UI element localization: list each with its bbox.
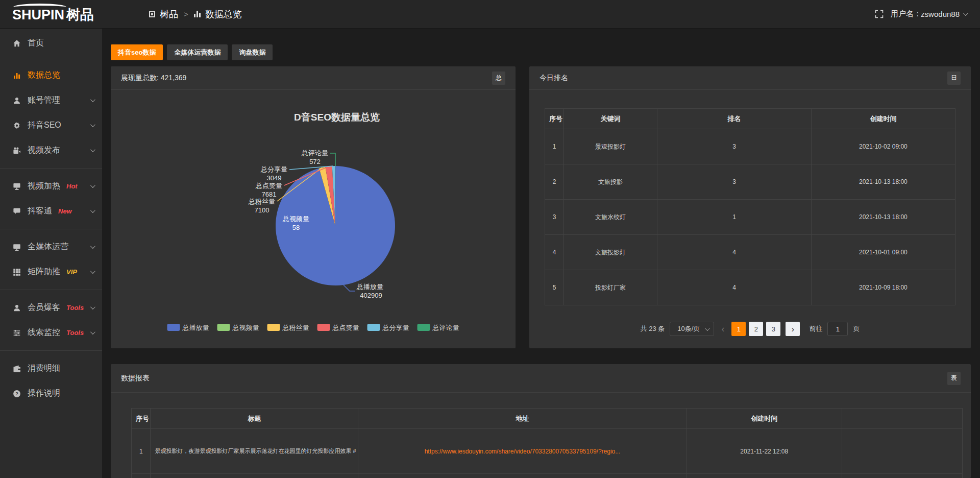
sidebar-item-1[interactable]: 数据总览 — [0, 63, 102, 88]
sidebar-item-label: 账号管理 — [28, 95, 60, 106]
pie-label-name: 总评论量 — [301, 149, 328, 157]
chevron-down-icon — [90, 147, 95, 152]
table-cell: 景观投影灯 — [564, 129, 657, 164]
report-panel-header: 数据报表 表 — [111, 364, 971, 393]
sidebar-item-5[interactable]: 视频加热Hot — [0, 174, 102, 199]
legend-item-2[interactable]: 总粉丝量 — [267, 324, 309, 331]
legend-item-5[interactable]: 总评论量 — [418, 324, 459, 331]
question-circle-icon: ? — [13, 390, 21, 398]
table-cell: 文旅水纹灯 — [564, 200, 657, 235]
table-cell: 4 — [657, 270, 812, 305]
svg-text:总粉丝量: 总粉丝量 — [282, 324, 309, 331]
svg-text:?: ? — [15, 391, 18, 396]
table-cell: 2021-10-13 18:00 — [811, 200, 955, 235]
tab-2[interactable]: 询盘数据 — [232, 44, 273, 60]
table-cell: 4 — [545, 235, 564, 270]
table-row: 3文旅水纹灯12021-10-13 18:00 — [545, 200, 955, 235]
fullscreen-icon[interactable] — [875, 10, 884, 18]
chevron-down-icon — [90, 183, 95, 188]
sidebar-item-label: 矩阵助推 — [28, 267, 60, 277]
table-row: 4文旅投影灯42021-10-01 09:00 — [545, 235, 955, 270]
sidebar-item-7[interactable]: 全媒体运营 — [0, 234, 102, 259]
column-header: 创建时间 — [811, 109, 955, 129]
column-header: 创建时间 — [687, 409, 842, 429]
breadcrumb-current[interactable]: 数据总览 — [205, 8, 242, 20]
sidebar-item-12[interactable]: ?操作说明 — [0, 381, 102, 406]
table-toggle-button[interactable]: 表 — [947, 372, 961, 385]
day-toggle-button[interactable]: 日 — [947, 71, 961, 85]
tab-0[interactable]: 抖音seo数据 — [111, 44, 163, 60]
sidebar-item-badge: Hot — [66, 182, 78, 190]
chevron-down-icon — [90, 269, 95, 274]
tab-1[interactable]: 全媒体运营数据 — [167, 44, 228, 60]
username-value: zswodun88 — [921, 10, 960, 18]
sidebar-item-8[interactable]: 矩阵助推VIP — [0, 259, 102, 284]
goto-page-input[interactable] — [827, 322, 848, 336]
pagination: 共 23 条 10条/页 ‹ 123 › 前往 页 — [529, 322, 971, 336]
breadcrumb-root[interactable]: 树品 — [160, 8, 178, 20]
sidebar-item-label: 消费明细 — [28, 363, 60, 374]
gear-icon — [13, 122, 21, 130]
column-header — [842, 409, 962, 429]
video-link[interactable]: https://www.iesdouyin.com/share/video/70… — [425, 448, 621, 455]
page-button-3[interactable]: 3 — [766, 322, 780, 336]
column-header: 地址 — [358, 409, 687, 429]
sidebar-divider — [0, 229, 102, 229]
svg-text:总分享量: 总分享量 — [382, 324, 409, 331]
monitor-icon — [13, 243, 21, 251]
column-header: 排名 — [657, 109, 812, 129]
header-right: 用户名：zswodun88 — [875, 9, 967, 19]
legend-item-4[interactable]: 总分享量 — [368, 324, 409, 331]
user-icon — [13, 97, 21, 105]
next-page-button[interactable]: › — [786, 322, 800, 336]
svg-text:总点赞量: 总点赞量 — [332, 324, 359, 331]
ranking-panel-header: 今日排名 日 — [529, 66, 971, 90]
table-cell: 3 — [545, 200, 564, 235]
pie-label-name: 总播放量 — [356, 283, 383, 291]
overview-panel-header: 展现量总数: 421,369 总 — [111, 66, 516, 90]
sidebar-item-2[interactable]: 账号管理 — [0, 88, 102, 113]
prev-page-button[interactable]: ‹ — [719, 324, 726, 333]
sidebar-item-label: 数据总览 — [28, 70, 60, 81]
legend-item-0[interactable]: 总播放量 — [167, 324, 209, 331]
sidebar-item-label: 视频发布 — [28, 145, 60, 156]
table-cell: 2021-10-13 18:00 — [811, 164, 955, 200]
legend-item-3[interactable]: 总点赞量 — [317, 324, 359, 331]
chart-title: D音SEO数据量总览 — [294, 112, 380, 123]
page-size-value: 10条/页 — [677, 324, 700, 333]
goto-unit: 页 — [853, 324, 860, 333]
logo-text-cn: 树品 — [66, 8, 94, 28]
data-source-tabs: 抖音seo数据全媒体运营数据询盘数据 — [111, 44, 273, 60]
breadcrumb: 树品 > 数据总览 — [149, 8, 242, 20]
page-button-1[interactable]: 1 — [731, 322, 746, 336]
pie-label-name: 总分享量 — [260, 165, 287, 173]
chevron-down-icon — [90, 97, 95, 102]
column-header: 序号 — [545, 109, 564, 129]
sidebar-item-0[interactable]: 首页 — [0, 31, 102, 56]
breadcrumb-root-icon — [149, 11, 155, 17]
sidebar-item-9[interactable]: 会员爆客Tools — [0, 295, 102, 320]
total-toggle-button[interactable]: 总 — [492, 71, 505, 85]
time-cell: 2021-11-22 12:08 — [687, 429, 842, 474]
sliders-icon — [13, 329, 21, 337]
empty-cell — [842, 429, 962, 474]
page-size-select[interactable]: 10条/页 — [670, 322, 714, 336]
chevron-down-icon — [90, 244, 95, 249]
table-cell: 2021-10-09 18:00 — [811, 270, 955, 305]
sidebar-item-label: 会员爆客 — [28, 302, 60, 313]
sidebar-item-4[interactable]: 视频发布 — [0, 138, 102, 163]
column-header: 关键词 — [564, 109, 657, 129]
sidebar-item-3[interactable]: 抖音SEO — [0, 113, 102, 138]
legend-item-1[interactable]: 总视频量 — [217, 324, 259, 331]
pie-label-value: 572 — [309, 158, 321, 165]
table-row: 1景观投影灯32021-10-02 09:00 — [545, 129, 955, 164]
sidebar-item-10[interactable]: 线索监控Tools — [0, 320, 102, 345]
pie-label-name: 总点赞量 — [255, 182, 282, 189]
sidebar-item-11[interactable]: 消费明细 — [0, 356, 102, 381]
page-button-2[interactable]: 2 — [749, 322, 763, 336]
table-row: 5投影灯厂家42021-10-09 18:00 — [545, 270, 955, 305]
sidebar-item-6[interactable]: 抖客通New — [0, 199, 102, 224]
user-menu[interactable]: 用户名：zswodun88 — [891, 9, 967, 19]
sidebar-item-label: 抖音SEO — [28, 120, 61, 131]
sidebar: 首页数据总览账号管理抖音SEO视频发布视频加热Hot抖客通New全媒体运营矩阵助… — [0, 29, 102, 478]
